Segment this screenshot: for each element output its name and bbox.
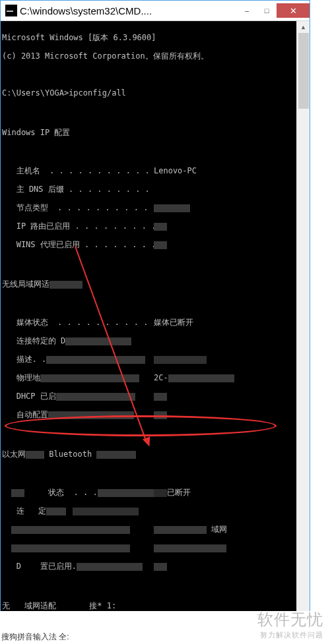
watermark-slogan: 努力解决软件问题 [257, 630, 323, 640]
console-output[interactable]: Microsoft Windows [版本 6.3.9600] (c) 2013… [1, 21, 296, 644]
v-dns-suffix [154, 185, 295, 194]
titlebar[interactable]: C:\windows\system32\CMD.... – □ ✕ [1, 1, 310, 21]
footer: 搜狗拼音输入法 全: 软件无忧 努力解决软件问题 [0, 611, 330, 644]
section-winip: Windows IP 配置 [2, 128, 295, 137]
watermark: 软件无忧 努力解决软件问题 [257, 609, 323, 640]
command-line: C:\Users\YOGA>ipconfig/all [2, 88, 295, 98]
annotation-arrowhead-icon [143, 436, 153, 448]
scroll-up-icon[interactable]: ▲ [297, 21, 310, 33]
ime-indicator: 搜狗拼音输入法 全: [1, 631, 69, 643]
window-title: C:\windows\system32\CMD.... [20, 5, 237, 16]
minimize-button[interactable]: – [237, 3, 257, 18]
section-wlan1: 无线局域网适 [2, 279, 50, 289]
k-ip-routing: IP 路由已启用 . . . . . . . . . . : [2, 221, 154, 231]
k-dns-suffix: 主 DNS 后缀 . . . . . . . . . . . : [2, 185, 154, 194]
maximize-button[interactable]: □ [257, 3, 277, 18]
k-wins-proxy: WINS 代理已启用 . . . . . . . . . : [2, 240, 154, 249]
scrollbar[interactable]: ▲ ▼ [296, 21, 310, 644]
cmd-window: C:\windows\system32\CMD.... – □ ✕ Micros… [0, 0, 310, 644]
watermark-brand: 软件无忧 [257, 609, 323, 630]
section-eth: 以太网 [2, 450, 26, 459]
header-line2: (c) 2013 Microsoft Corporation。保留所有权利。 [2, 51, 295, 61]
window-buttons: – □ ✕ [237, 3, 310, 18]
v-media-state: 媒体已断开 [154, 318, 295, 327]
section-wlan-local: 无 域网适配 接* 1: [2, 601, 295, 610]
close-button[interactable]: ✕ [277, 3, 310, 18]
k-node-type: 节点类型 . . . . . . . . . . . . : [2, 203, 154, 212]
k-media-state: 媒体状态 . . . . . . . . . . . . : [2, 318, 154, 327]
k-hostname: 主机名 . . . . . . . . . . . . . : [2, 166, 154, 175]
cmd-icon [5, 5, 17, 16]
header-line1: Microsoft Windows [版本 6.3.9600] [2, 33, 295, 42]
v-hostname: Lenovo-PC [154, 166, 295, 175]
scroll-thumb[interactable] [298, 33, 309, 109]
